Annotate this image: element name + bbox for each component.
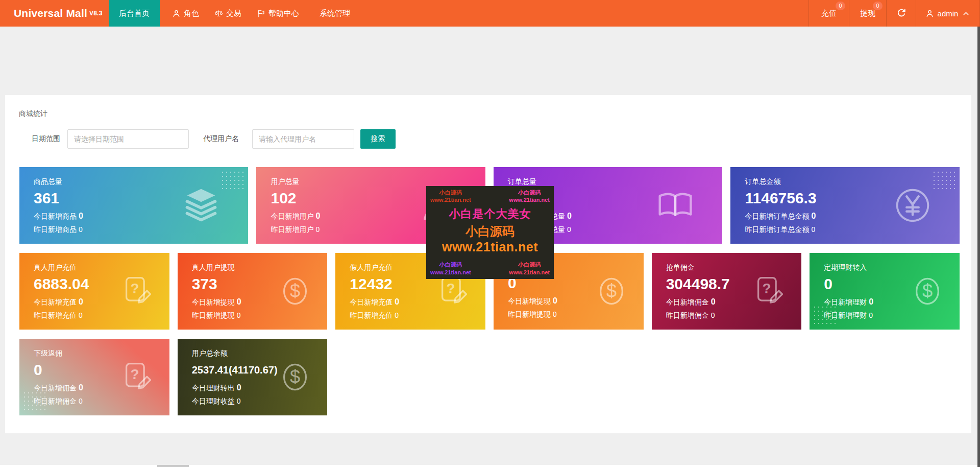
footer-segment	[157, 465, 189, 467]
dollar-circle-icon	[593, 272, 630, 310]
recharge-button[interactable]: 充值 0	[808, 0, 849, 27]
card-line-value: 0	[711, 311, 715, 319]
card-line-label: 今日理财转出	[192, 384, 235, 392]
menu-item-roles[interactable]: 角色	[172, 0, 199, 27]
flag-icon	[257, 9, 265, 18]
agent-username-input[interactable]	[252, 129, 354, 149]
card-line-value: 0	[79, 383, 83, 392]
watermark-corner-text: 小白源码 www.21tian.net	[509, 189, 550, 204]
menu-item-help-center[interactable]: 帮助中心	[257, 0, 299, 27]
card-line-value: 0	[553, 310, 557, 318]
layers-icon	[179, 183, 224, 228]
card-line-value: 0	[811, 225, 815, 233]
card-line-value: 0	[869, 297, 873, 306]
stat-card-grab-order-commission: 抢单佣金 304498.7 今日新增佣金0 昨日新增佣金0	[652, 253, 802, 330]
card-title: 定期理财转入	[824, 263, 960, 272]
stat-card-total-order-amount: 订单总金额 1146756.3 今日新增订单总金额0 昨日新增订单总金额0	[730, 167, 960, 244]
card-line-label: 今日新增提现	[192, 298, 235, 306]
withdraw-badge: 0	[873, 2, 883, 10]
brand-name: Universal Mall	[14, 7, 87, 19]
dot-pattern	[932, 170, 957, 192]
watermark-title: 小白是个大美女	[449, 206, 531, 222]
card-line-value: 0	[711, 297, 716, 306]
card-line-label: 昨日新增商品	[34, 225, 77, 233]
search-button[interactable]: 搜索	[360, 129, 396, 149]
card-line-label: 今日新增提现	[508, 297, 551, 305]
refresh-button[interactable]	[886, 0, 916, 27]
brand-logo: Universal Mall V8.3	[0, 0, 109, 27]
stat-card-real-user-withdraw: 真人用户提现 373 今日新增提现0 昨日新增提现0	[178, 253, 328, 330]
card-line-label: 昨日新增充值	[350, 311, 393, 319]
dot-pattern	[813, 305, 837, 326]
card-line-label: 昨日新增充值	[34, 311, 77, 319]
yuan-circle-icon	[890, 183, 935, 228]
card-line-value: 0	[395, 311, 399, 319]
card-line-value: 0	[811, 212, 816, 220]
card-line-value: 0	[237, 311, 241, 319]
card-line-value: 0	[237, 397, 241, 405]
date-range-label: 日期范围	[32, 134, 60, 144]
menu-label: 交易	[226, 9, 241, 18]
card-line-label: 今日新增订单总金额	[745, 212, 809, 220]
admin-user-menu[interactable]: admin	[916, 0, 980, 27]
menu-label: 帮助中心	[268, 9, 299, 18]
card-line-value: 0	[553, 296, 557, 305]
tab-label: 后台首页	[119, 9, 150, 18]
refresh-icon	[896, 8, 906, 18]
stat-card-real-user-recharge: 真人用户充值 6883.04 今日新增充值0 昨日新增充值0	[19, 253, 169, 330]
recharge-label: 充值	[821, 9, 837, 18]
card-line-value: 0	[79, 311, 83, 319]
dollar-circle-icon	[909, 272, 946, 310]
watermark-overlay: 小白源码 www.21tian.net 小白源码 www.21tian.net …	[426, 186, 554, 279]
card-title: 下级返佣	[34, 349, 169, 358]
withdraw-label: 提现	[860, 9, 875, 18]
menu-label: 系统管理	[320, 9, 350, 18]
dot-pattern	[220, 170, 245, 192]
card-line-label: 昨日新增提现	[508, 310, 551, 318]
card-line-value: 0	[79, 297, 83, 306]
menu-item-trade[interactable]: 交易	[214, 0, 241, 27]
card-line-value: 0	[237, 383, 241, 392]
withdraw-button[interactable]: 提现 0	[849, 0, 886, 27]
card-line-value: 0	[567, 225, 571, 233]
menu-item-system-management[interactable]: 系统管理	[320, 0, 350, 27]
card-line-value: 0	[315, 225, 320, 233]
footer-strip	[0, 465, 977, 467]
recharge-badge: 0	[836, 2, 845, 10]
person-icon	[172, 9, 181, 18]
card-line-label: 昨日新增订单总金额	[745, 225, 809, 233]
menu-label: 角色	[184, 9, 199, 18]
stat-card-user-total-balance: 用户总余额 2537.41(41170.67) 今日理财转出0 今日理财收益0	[178, 339, 328, 415]
filter-bar: 日期范围 代理用户名 搜索	[5, 129, 396, 149]
card-line-label: 昨日新增佣金	[666, 311, 709, 319]
stat-card-total-products: 商品总量 361 今日新增商品0 昨日新增商品0	[19, 167, 248, 244]
brand-version: V8.3	[89, 10, 103, 17]
card-line-label: 今日新增用户	[271, 212, 313, 220]
admin-username: admin	[938, 9, 959, 18]
stat-card-fixed-financial-transfer-in: 定期理财转入 0 今日新增理财0 昨日新增理财0	[810, 253, 960, 330]
card-line-label: 今日新增佣金	[666, 298, 709, 306]
watermark-site-url: www.21tian.net	[442, 240, 538, 254]
card-line-value: 0	[237, 297, 241, 306]
tab-dashboard-home[interactable]: 后台首页	[109, 0, 160, 27]
card-line-label: 今日新增充值	[34, 298, 77, 306]
person-icon	[925, 9, 934, 18]
page-scrollbar[interactable]	[977, 27, 980, 467]
watermark-corner-text: 小白源码 www.21tian.net	[430, 189, 471, 204]
question-edit-icon	[750, 272, 788, 310]
card-line-label: 今日新增商品	[34, 212, 77, 220]
card-line-label: 今日理财收益	[192, 397, 235, 405]
card-line-value: 0	[869, 311, 873, 319]
date-range-input[interactable]	[67, 129, 189, 149]
card-title: 真人用户提现	[192, 263, 328, 272]
card-title: 抢单佣金	[666, 263, 802, 272]
card-line-value: 0	[79, 397, 83, 405]
book-icon	[653, 183, 698, 228]
card-line-value: 0	[79, 225, 83, 233]
navbar-right-group: 充值 0 提现 0 admin	[808, 0, 980, 27]
dot-pattern	[22, 391, 47, 412]
stat-card-subordinate-rebate: 下级返佣 0 今日新增佣金0 昨日新增佣金0	[19, 339, 169, 415]
card-line-value: 0	[79, 212, 83, 220]
watermark-corner-text: 小白源码 www.21tian.net	[509, 261, 550, 276]
card-line-label: 昨日新增提现	[192, 311, 235, 319]
